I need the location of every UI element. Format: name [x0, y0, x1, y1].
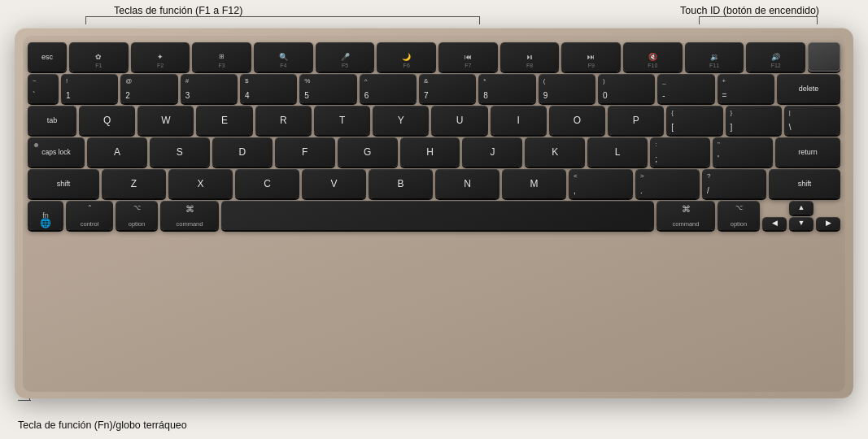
keyboard-body: esc ✿ F1 ✦ F2 ⊞ F3 🔍 F4 🎤 F5 🌙	[23, 36, 845, 392]
key-tab[interactable]: tab	[28, 106, 76, 135]
key-rbrace[interactable]: } ]	[726, 106, 782, 135]
key-o[interactable]: O	[549, 106, 605, 135]
key-slash[interactable]: ? /	[702, 169, 766, 198]
touchid-tick-right	[699, 16, 700, 24]
key-f6[interactable]: 🌙 F6	[377, 42, 436, 72]
key-1[interactable]: ! 1	[61, 74, 118, 103]
key-f1[interactable]: ✿ F1	[69, 42, 129, 72]
zxcv-row: shift Z X C V B N M < , > . ? / shift	[28, 169, 840, 198]
key-arrow-down[interactable]: ▼	[789, 217, 813, 231]
key-period[interactable]: > .	[635, 169, 700, 198]
key-x[interactable]: X	[168, 169, 233, 198]
key-m[interactable]: M	[502, 169, 566, 198]
key-f2[interactable]: ✦ F2	[131, 42, 190, 72]
key-minus[interactable]: _ -	[657, 74, 714, 103]
key-shift-left[interactable]: shift	[28, 169, 99, 198]
key-i[interactable]: I	[491, 106, 547, 135]
asdf-row: caps lock A S D F G H J K L : ; " ' retu…	[28, 137, 840, 167]
key-6[interactable]: ^ 6	[360, 74, 417, 103]
key-c[interactable]: C	[235, 169, 299, 198]
key-a[interactable]: A	[87, 137, 147, 167]
key-4[interactable]: $ 4	[240, 74, 297, 103]
key-z[interactable]: Z	[102, 169, 166, 198]
key-f4[interactable]: 🔍 F4	[254, 42, 313, 72]
key-delete[interactable]: delete	[777, 74, 840, 103]
touchid-tick-left	[817, 16, 818, 24]
key-g[interactable]: G	[338, 137, 398, 167]
key-command-left[interactable]: ⌘ command	[160, 201, 219, 230]
key-arrow-up[interactable]: ▲	[789, 201, 813, 215]
key-quote[interactable]: " '	[713, 137, 773, 167]
key-f[interactable]: F	[275, 137, 335, 167]
key-2[interactable]: @ 2	[120, 74, 177, 103]
key-f11[interactable]: 🔉 F11	[685, 42, 744, 72]
key-option-left[interactable]: ⌥ option	[116, 201, 158, 230]
key-j[interactable]: J	[462, 137, 522, 167]
key-v[interactable]: V	[302, 169, 366, 198]
key-u[interactable]: U	[431, 106, 487, 135]
key-b[interactable]: B	[369, 169, 433, 198]
key-0[interactable]: ) 0	[598, 74, 655, 103]
key-lbrace[interactable]: { [	[666, 106, 722, 135]
fn-tick-right	[479, 16, 480, 24]
key-equals[interactable]: + =	[718, 74, 774, 103]
key-caps-lock[interactable]: caps lock	[28, 137, 85, 167]
key-fn[interactable]: fn 🌐	[28, 201, 63, 230]
key-backslash[interactable]: | \	[784, 106, 840, 135]
touchid-line	[700, 16, 818, 17]
arrow-key-group: ▲ ◀ ▼ ▶	[762, 201, 840, 230]
fn-keys-label: Teclas de función (F1 a F12)	[114, 5, 242, 16]
key-r[interactable]: R	[255, 106, 312, 135]
key-touchid[interactable]	[808, 42, 840, 72]
arrow-top-row: ▲	[762, 201, 840, 215]
key-command-right[interactable]: ⌘ command	[656, 201, 715, 230]
key-f12[interactable]: 🔊 F12	[746, 42, 805, 72]
fn-tick-left	[85, 16, 86, 24]
caps-lock-indicator	[34, 143, 38, 147]
key-y[interactable]: Y	[373, 106, 429, 135]
key-7[interactable]: & 7	[419, 74, 476, 103]
key-f10[interactable]: 🔇 F10	[623, 42, 683, 72]
fn-line	[85, 16, 480, 17]
key-n[interactable]: N	[435, 169, 499, 198]
key-f7[interactable]: ⏮ F7	[438, 42, 498, 72]
bottom-horiz-line	[18, 400, 31, 401]
key-s[interactable]: S	[150, 137, 210, 167]
key-f9[interactable]: ⏭ F9	[561, 42, 621, 72]
keyboard: esc ✿ F1 ✦ F2 ⊞ F3 🔍 F4 🎤 F5 🌙	[15, 28, 853, 398]
key-return[interactable]: return	[775, 137, 840, 167]
key-shift-right[interactable]: shift	[769, 169, 840, 198]
function-key-row: esc ✿ F1 ✦ F2 ⊞ F3 🔍 F4 🎤 F5 🌙	[28, 42, 840, 72]
key-control[interactable]: ⌃ control	[66, 201, 113, 230]
key-d[interactable]: D	[212, 137, 273, 167]
key-8[interactable]: * 8	[478, 74, 535, 103]
key-arrow-left[interactable]: ◀	[762, 217, 787, 231]
key-t[interactable]: T	[314, 106, 370, 135]
key-q[interactable]: Q	[79, 106, 135, 135]
key-w[interactable]: W	[137, 106, 194, 135]
key-backtick[interactable]: ~ `	[28, 74, 59, 103]
arrow-bottom-row: ◀ ▼ ▶	[762, 217, 840, 231]
key-k[interactable]: K	[525, 137, 585, 167]
key-semicolon[interactable]: : ;	[650, 137, 710, 167]
key-5[interactable]: % 5	[299, 74, 356, 103]
number-key-row: ~ ` ! 1 @ 2 # 3 $ 4 % 5	[28, 74, 840, 103]
key-esc[interactable]: esc	[28, 42, 67, 72]
key-p[interactable]: P	[608, 106, 664, 135]
key-h[interactable]: H	[400, 137, 460, 167]
key-9[interactable]: ( 9	[539, 74, 595, 103]
key-e[interactable]: E	[196, 106, 252, 135]
key-f5[interactable]: 🎤 F5	[316, 42, 375, 72]
key-f3[interactable]: ⊞ F3	[192, 42, 251, 72]
key-arrow-right[interactable]: ▶	[816, 217, 840, 231]
key-comma[interactable]: < ,	[569, 169, 633, 198]
key-f8[interactable]: ⏯ F8	[500, 42, 560, 72]
qwerty-row: tab Q W E R T Y U I O P { [ } ] | \	[28, 106, 840, 135]
key-l[interactable]: L	[587, 137, 648, 167]
bottom-label: Tecla de función (Fn)/globo terráqueo	[18, 419, 187, 431]
key-3[interactable]: # 3	[181, 74, 238, 103]
key-option-right[interactable]: ⌥ option	[718, 201, 760, 230]
bottom-row: fn 🌐 ⌃ control ⌥ option ⌘ command ⌘	[28, 201, 840, 230]
touchid-label: Touch ID (botón de encendido)	[680, 5, 819, 16]
key-spacebar[interactable]	[221, 201, 654, 230]
